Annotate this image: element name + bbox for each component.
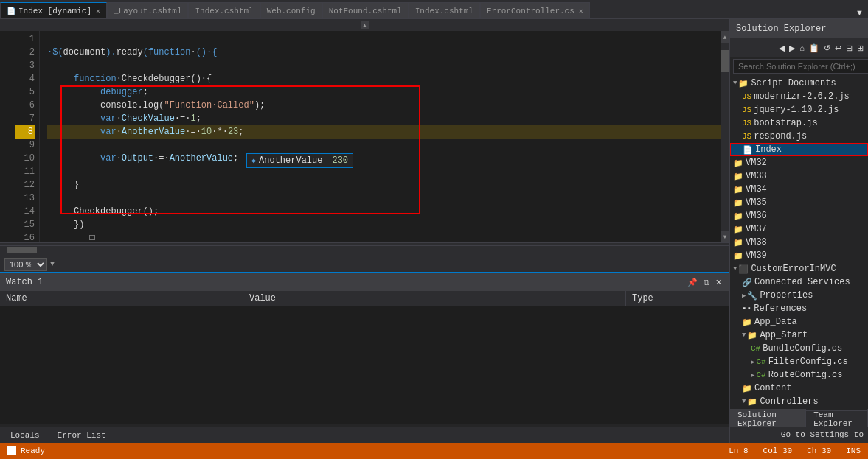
se-item-modernizr[interactable]: JS modernizr-2.6.2.js xyxy=(730,90,868,103)
se-item-filterconfig[interactable]: ▶ C# FilterConfig.cs xyxy=(730,355,868,368)
references-icon: ▪▪ xyxy=(742,304,751,313)
se-undo-button[interactable]: ↩ xyxy=(833,42,843,55)
tab-close-error[interactable]: ✕ xyxy=(579,7,583,15)
js-file-icon: JS xyxy=(742,119,751,127)
se-label: FilterConfig.cs xyxy=(768,357,848,367)
se-item-vm36[interactable]: 📁 VM36 xyxy=(730,209,868,223)
se-item-content[interactable]: 📁 Content xyxy=(730,382,868,395)
tooltip-icon: ◆ xyxy=(251,156,256,165)
se-item-app-data[interactable]: 📁 App_Data xyxy=(730,315,868,329)
tab-close[interactable]: ✕ xyxy=(96,7,100,15)
go-to-settings[interactable]: Go to Settings to xyxy=(730,427,868,443)
watch-body[interactable] xyxy=(0,306,729,424)
folder-icon: 📁 xyxy=(742,384,752,393)
se-item-connected-services[interactable]: 🔗 Connected Services xyxy=(730,276,868,289)
se-item-script-documents[interactable]: ▼ 📁 Script Documents xyxy=(730,77,868,90)
scroll-top-button[interactable]: ▲ xyxy=(361,21,369,29)
se-label: VM37 xyxy=(746,224,767,234)
se-refresh-button[interactable]: ↺ xyxy=(822,42,832,55)
se-expand-arrow: ▶ xyxy=(742,292,746,300)
scroll-down-button[interactable]: ▼ xyxy=(721,231,729,242)
tab-layout[interactable]: _Layout.cshtml xyxy=(107,2,188,18)
status-ln: Ln 8 xyxy=(729,446,748,455)
folder-icon: 📁 xyxy=(733,198,743,208)
se-expand-arrow: ▶ xyxy=(751,358,754,366)
watch-title: Watch 1 xyxy=(6,277,43,287)
tooltip-value: 230 xyxy=(327,155,348,166)
hscroll-thumb[interactable] xyxy=(7,247,37,253)
watch-pin-button[interactable]: 📌 xyxy=(686,278,699,287)
tab-label: Index.cshtml xyxy=(195,7,253,15)
editor-hscrollbar[interactable] xyxy=(0,245,729,254)
se-item-references[interactable]: ▪▪ References xyxy=(730,302,868,315)
tab-notfound[interactable]: NotFound.cshtml xyxy=(322,2,409,18)
se-item-vm33[interactable]: 📁 VM33 xyxy=(730,169,868,183)
watch-header: Watch 1 📌 ⧉ ✕ xyxy=(0,273,729,291)
se-back-button[interactable]: ◀ xyxy=(777,42,786,55)
tab-errorcontroller[interactable]: ErrorController.cs ✕ xyxy=(480,2,590,18)
se-item-bootstrap[interactable]: JS bootstrap.js xyxy=(730,116,868,130)
se-view-button[interactable]: 📋 xyxy=(808,42,821,55)
zoom-select[interactable]: 100 % 75 % 125 % xyxy=(4,258,47,271)
se-expand-arrow: ▼ xyxy=(733,80,737,87)
se-item-index[interactable]: 📄 Index xyxy=(730,143,868,156)
code-line-12: } xyxy=(47,178,721,192)
tab-index-cshtml[interactable]: Index.cshtml xyxy=(188,2,260,18)
se-expand-arrow: ▶ xyxy=(751,371,754,379)
se-label: VM34 xyxy=(746,184,767,195)
se-filter-button[interactable]: ⊟ xyxy=(844,42,854,55)
se-item-vm35[interactable]: 📁 VM35 xyxy=(730,196,868,209)
tab-overflow-button[interactable]: ▼ xyxy=(854,7,865,18)
tab-index-dynamic[interactable]: 📄 Index [dynamic] ✕ xyxy=(0,2,107,18)
watch-col-type: Type xyxy=(626,291,729,306)
folder-icon: 📁 xyxy=(747,331,757,340)
se-forward-button[interactable]: ▶ xyxy=(788,42,796,55)
folder-icon: 📁 xyxy=(733,225,743,234)
se-item-vm37[interactable]: 📁 VM37 xyxy=(730,223,868,236)
se-item-routeconfig[interactable]: ▶ C# RouteConfig.cs xyxy=(730,368,868,382)
se-item-controllers[interactable]: ▼ 📁 Controllers xyxy=(730,395,868,408)
se-item-project[interactable]: ▼ ⬛ CustomErrorInMVC xyxy=(730,262,868,276)
tab-locals[interactable]: Locals xyxy=(3,430,47,441)
editor-vscrollbar[interactable]: ▲ ▼ xyxy=(721,31,729,242)
scroll-up-button[interactable]: ▲ xyxy=(721,31,729,43)
project-icon: ⬛ xyxy=(738,264,749,274)
status-state: Ready xyxy=(21,446,45,455)
se-collapse-button[interactable]: ⊞ xyxy=(855,42,865,55)
tab-label: Web.config xyxy=(267,7,316,15)
watch-float-button[interactable]: ⧉ xyxy=(702,278,711,287)
se-home-button[interactable]: ⌂ xyxy=(798,42,806,54)
se-item-vm34[interactable]: 📁 VM34 xyxy=(730,183,868,196)
watch-close-button[interactable]: ✕ xyxy=(714,278,723,287)
code-line-6: console.log("Function·Called"); xyxy=(47,99,721,112)
se-expand-arrow: ▼ xyxy=(742,398,746,405)
se-item-bundleconfig[interactable]: C# BundleConfig.cs xyxy=(730,342,868,355)
code-editor[interactable]: 1 2 3 4 5 6 7 8 9 10 11 12 13 14 15 16 xyxy=(0,31,729,242)
tab-webconfig[interactable]: Web.config xyxy=(260,2,322,18)
line-numbers: 1 2 3 4 5 6 7 8 9 10 11 12 13 14 15 16 xyxy=(10,31,40,242)
go-to-settings-label: Go to Settings to xyxy=(781,430,864,439)
se-item-jquery[interactable]: JS jquery-1.10.2.js xyxy=(730,103,868,116)
bottom-tabs: Locals Error List xyxy=(0,427,729,443)
se-item-vm32[interactable]: 📁 VM32 xyxy=(730,156,868,169)
folder-icon: 📁 xyxy=(747,397,757,407)
scroll-track[interactable] xyxy=(721,43,729,231)
tab-error-list[interactable]: Error List xyxy=(50,430,114,441)
tab-index-cshtml2[interactable]: Index.cshtml xyxy=(409,2,480,18)
se-item-app-start[interactable]: ▼ 📁 App_Start xyxy=(730,329,868,342)
js-file-icon: JS xyxy=(742,92,751,101)
tooltip-varname: AnotherValue xyxy=(259,155,322,166)
se-item-vm38[interactable]: 📁 VM38 xyxy=(730,236,868,249)
tab-bar: 📄 Index [dynamic] ✕ _Layout.cshtml Index… xyxy=(0,0,868,19)
se-search-input[interactable] xyxy=(733,59,868,74)
se-item-respond[interactable]: JS respond.js xyxy=(730,130,868,143)
se-label: modernizr-2.6.2.js xyxy=(754,91,850,102)
code-line-11 xyxy=(47,165,721,178)
tab-label: _Layout.cshtml xyxy=(114,7,181,15)
se-item-vm39[interactable]: 📁 VM39 xyxy=(730,249,868,262)
scroll-thumb[interactable] xyxy=(721,50,729,72)
status-ch: Ch 30 xyxy=(807,446,831,455)
se-title: Solution Explorer xyxy=(736,24,826,34)
se-item-properties[interactable]: ▶ 🔧 Properties xyxy=(730,289,868,302)
code-content[interactable]: ◆ AnotherValue 230 ·$(document).ready(fu… xyxy=(40,31,721,242)
